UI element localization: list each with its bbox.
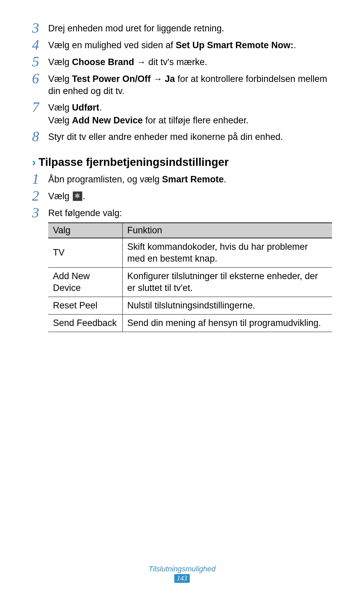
page-content: 3Drej enheden mod uret for liggende retn… — [0, 0, 364, 332]
step-text: Vælg . — [48, 188, 332, 202]
step-text: Drej enheden mod uret for liggende retni… — [48, 20, 332, 34]
step: 8Styr dit tv eller andre enheder med iko… — [32, 129, 332, 144]
step-subtext: Vælg Add New Device for at tilføje flere… — [48, 114, 332, 126]
step: 3Drej enheden mod uret for liggende retn… — [32, 20, 332, 35]
page-footer: Tilslutningsmulighed 143 — [0, 565, 364, 583]
step-number: 2 — [32, 188, 48, 203]
step: 2Vælg . — [32, 188, 332, 203]
step-number: 7 — [32, 99, 48, 114]
page-number: 143 — [174, 574, 190, 583]
section-heading: › Tilpasse fjernbetjeningsindstillinger — [32, 156, 332, 169]
table-header-function: Funktion — [122, 223, 332, 238]
steps-first-group: 3Drej enheden mod uret for liggende retn… — [32, 20, 332, 144]
gear-icon — [73, 191, 82, 201]
chevron-icon: › — [32, 156, 36, 168]
step-text: Vælg en mulighed ved siden af Set Up Sma… — [48, 37, 332, 51]
table-cell-function: Nulstil tilslutningsindstillingerne. — [122, 297, 332, 315]
table-cell-function: Send din mening af hensyn til programudv… — [122, 315, 332, 332]
table-header-option: Valg — [48, 223, 122, 238]
options-table-wrap: Valg Funktion TVSkift kommandokoder, hvi… — [32, 222, 332, 332]
table-cell-option: Reset Peel — [48, 297, 122, 315]
step: 4Vælg en mulighed ved siden af Set Up Sm… — [32, 37, 332, 52]
step: 5Vælg Choose Brand → dit tv's mærke. — [32, 54, 332, 69]
step-number: 8 — [32, 129, 48, 144]
options-table: Valg Funktion TVSkift kommandokoder, hvi… — [48, 222, 332, 332]
table-row: Reset PeelNulstil tilslutningsindstillin… — [48, 297, 332, 315]
step: 6Vælg Test Power On/Off → Ja for at kont… — [32, 71, 332, 97]
step-text: Vælg Test Power On/Off → Ja for at kontr… — [48, 71, 332, 97]
table-row: TVSkift kommandokoder, hvis du har probl… — [48, 238, 332, 268]
footer-category: Tilslutningsmulighed — [0, 565, 364, 573]
step-number: 5 — [32, 54, 48, 69]
steps-second-group: 1Åbn programlisten, og vælg Smart Remote… — [32, 171, 332, 220]
table-row: Send FeedbackSend din mening af hensyn t… — [48, 315, 332, 332]
step-text: Ret følgende valg: — [48, 205, 332, 219]
step-text: Vælg Udført.Vælg Add New Device for at t… — [48, 99, 332, 127]
section-title: Tilpasse fjernbetjeningsindstillinger — [38, 156, 229, 169]
step-number: 1 — [32, 171, 48, 186]
step-text: Vælg Choose Brand → dit tv's mærke. — [48, 54, 332, 68]
step-text: Styr dit tv eller andre enheder med ikon… — [48, 129, 332, 143]
step-text: Åbn programlisten, og vælg Smart Remote. — [48, 171, 332, 185]
table-cell-function: Konfigurer tilslutninger til eksterne en… — [122, 267, 332, 297]
step-number: 3 — [32, 205, 48, 220]
step: 1Åbn programlisten, og vælg Smart Remote… — [32, 171, 332, 186]
table-cell-option: Add New Device — [48, 267, 122, 297]
table-cell-option: TV — [48, 238, 122, 268]
step-number: 6 — [32, 71, 48, 86]
table-row: Add New DeviceKonfigurer tilslutninger t… — [48, 267, 332, 297]
step: 3Ret følgende valg: — [32, 205, 332, 220]
step-number: 3 — [32, 20, 48, 35]
table-header-row: Valg Funktion — [48, 223, 332, 238]
table-cell-option: Send Feedback — [48, 315, 122, 332]
step: 7Vælg Udført.Vælg Add New Device for at … — [32, 99, 332, 127]
step-number: 4 — [32, 37, 48, 52]
table-cell-function: Skift kommandokoder, hvis du har problem… — [122, 238, 332, 268]
